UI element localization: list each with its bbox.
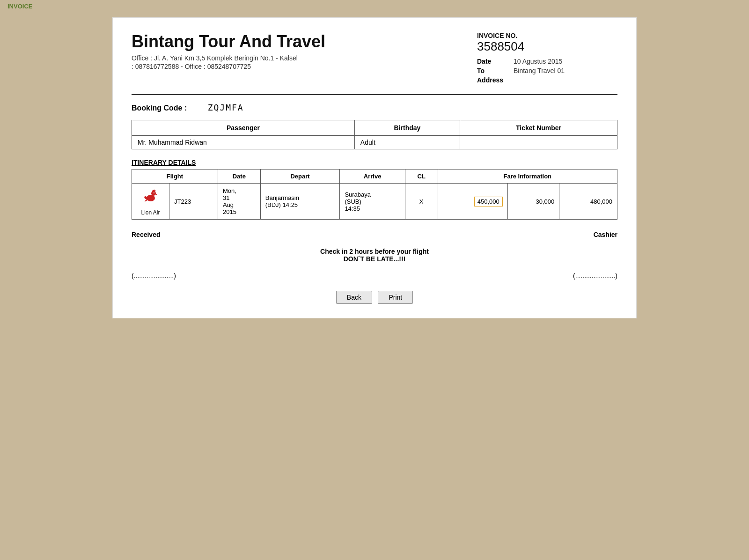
passenger-ticket (460, 136, 617, 149)
passenger-col-header: Passenger (132, 120, 355, 136)
invoice-address-row: Address (477, 76, 617, 84)
invoice-to-row: To Bintang Travel 01 (477, 67, 617, 74)
footer-signatures: (......................) (..............… (132, 272, 617, 280)
company-phone: : 087816772588 - Office : 085248707725 (132, 63, 325, 70)
date-label: Date (477, 58, 505, 65)
depart-col-header: Depart (260, 169, 340, 184)
sig-right: (......................) (573, 272, 617, 280)
cl-col-header: CL (405, 169, 438, 184)
button-row: Back Print (132, 291, 617, 304)
lion-air-icon (140, 187, 161, 207)
to-label: To (477, 67, 505, 74)
print-button[interactable]: Print (378, 291, 413, 304)
flight-arrive: Surabaya(SUB)14:35 (340, 184, 405, 220)
address-label: Address (477, 76, 505, 84)
back-button[interactable]: Back (336, 291, 372, 304)
invoice-meta: INVOICE NO. 3588504 Date 10 Agustus 2015… (477, 32, 617, 86)
check-in-text: Check in 2 hours before your flight (132, 248, 617, 255)
date-col-header: Date (218, 169, 260, 184)
footer-center: Check in 2 hours before your flight DON´… (132, 248, 617, 263)
flight-depart: Banjarmasin(BDJ) 14:25 (260, 184, 340, 220)
airline-name: Lion Air (137, 209, 164, 216)
itinerary-table: Flight Date Depart Arrive CL Fare Inform… (132, 169, 617, 220)
fare-1: 450,000 (438, 184, 507, 220)
passenger-name: Mr. Muhammad Ridwan (132, 136, 355, 149)
cashier-label: Cashier (594, 231, 617, 238)
company-name: Bintang Tour And Travel (132, 32, 325, 52)
company-address: Office : Jl. A. Yani Km 3,5 Komplek Beri… (132, 54, 325, 62)
flight-number: JT223 (169, 184, 218, 220)
invoice-no-value: 3588504 (477, 39, 617, 54)
svg-point-0 (147, 195, 155, 201)
passenger-birthday: Adult (354, 136, 460, 149)
date-value: 10 Agustus 2015 (514, 58, 562, 65)
invoice-no-label: INVOICE NO. (477, 32, 617, 39)
topbar-label: INVOICE (7, 3, 32, 10)
dont-be-late: DON´T BE LATE...!!! (132, 255, 617, 263)
booking-code-label: Booking Code : (132, 104, 187, 112)
fare-col-header: Fare Information (438, 169, 617, 184)
airline-logo-cell: Lion Air (132, 184, 169, 220)
ticket-col-header: Ticket Number (460, 120, 617, 136)
company-info: Bintang Tour And Travel Office : Jl. A. … (132, 32, 325, 70)
svg-point-3 (154, 192, 154, 193)
to-value: Bintang Travel 01 (514, 67, 565, 74)
flight-date: Mon,31Aug2015 (218, 184, 260, 220)
passenger-table: Passenger Birthday Ticket Number Mr. Muh… (132, 120, 617, 149)
booking-code-value: ZQJMFA (208, 103, 244, 112)
flight-cl: X (405, 184, 438, 220)
flight-col-header: Flight (132, 169, 218, 184)
passenger-row: Mr. Muhammad Ridwan Adult (132, 136, 617, 149)
invoice-header: Bintang Tour And Travel Office : Jl. A. … (132, 32, 617, 95)
birthday-col-header: Birthday (354, 120, 460, 136)
itinerary-label: ITINERARY DETAILS (132, 159, 617, 166)
booking-code-section: Booking Code : ZQJMFA (132, 103, 617, 112)
footer-labels: Received Cashier (132, 231, 617, 238)
fare-2: 30,000 (507, 184, 559, 220)
received-label: Received (132, 231, 160, 238)
fare-1-value: 450,000 (474, 197, 503, 206)
sig-left: (......................) (132, 272, 176, 280)
itinerary-row: Lion Air JT223 Mon,31Aug2015 Banjarmasin… (132, 184, 617, 220)
invoice-date-row: Date 10 Agustus 2015 (477, 58, 617, 65)
arrive-col-header: Arrive (340, 169, 405, 184)
fare-3: 480,000 (559, 184, 617, 220)
